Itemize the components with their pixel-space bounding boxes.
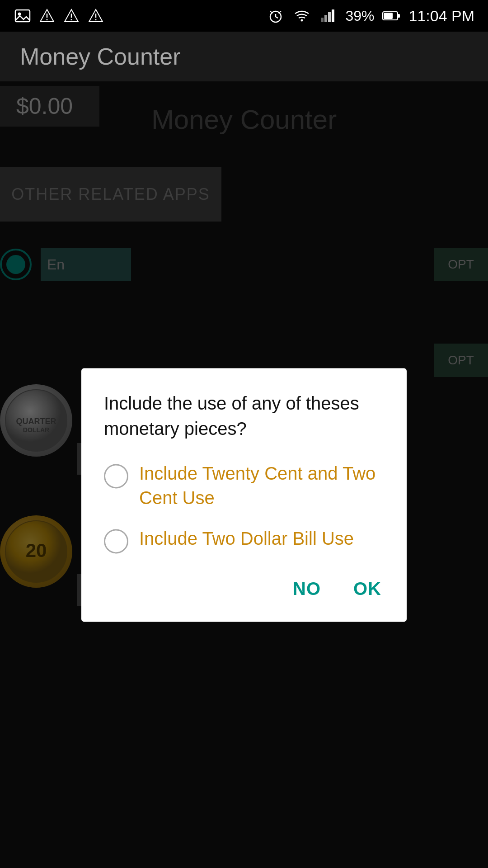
- svg-rect-17: [321, 18, 324, 22]
- svg-point-16: [301, 19, 303, 22]
- no-button[interactable]: NO: [290, 574, 324, 604]
- warning-icon-1: [38, 7, 56, 25]
- svg-rect-22: [398, 14, 400, 18]
- radio-option-1[interactable]: [104, 464, 128, 488]
- svg-rect-18: [324, 15, 327, 22]
- warning-icon-3: [87, 7, 105, 25]
- signal-icon: [319, 7, 337, 25]
- battery-icon: [382, 7, 400, 25]
- background-content: $0.00 Money Counter OTHER RELATED APPS E…: [0, 81, 488, 868]
- radio-option-2[interactable]: [104, 529, 128, 553]
- svg-rect-23: [384, 13, 393, 19]
- image-icon: [14, 7, 32, 25]
- dialog: Include the use of any of theses monetar…: [81, 368, 407, 622]
- svg-rect-19: [328, 12, 331, 22]
- app-bar-title: Money Counter: [20, 43, 181, 70]
- status-time: 11:04 PM: [408, 7, 474, 25]
- svg-point-1: [18, 13, 21, 16]
- battery-percent: 39%: [345, 8, 374, 24]
- warning-icon-2: [62, 7, 80, 25]
- svg-point-7: [71, 19, 72, 20]
- status-right-icons: 39% 11:04 PM: [267, 7, 474, 25]
- status-bar: 39% 11:04 PM: [0, 0, 488, 32]
- option-1-label: Include Twenty Cent and Two Cent Use: [139, 461, 384, 510]
- alarm-icon: [267, 7, 285, 25]
- svg-line-13: [276, 17, 278, 18]
- dialog-title: Include the use of any of theses monetar…: [104, 391, 384, 441]
- option-2-label: Include Two Dollar Bill Use: [139, 526, 354, 551]
- wifi-icon: [293, 7, 311, 25]
- svg-rect-0: [15, 10, 30, 22]
- status-left-icons: [14, 7, 105, 25]
- ok-button[interactable]: OK: [351, 574, 384, 604]
- svg-rect-20: [332, 9, 334, 22]
- dialog-actions: NO OK: [104, 570, 384, 604]
- dialog-option-1[interactable]: Include Twenty Cent and Two Cent Use: [104, 461, 384, 510]
- app-bar: Money Counter: [0, 32, 488, 81]
- svg-point-4: [47, 19, 48, 20]
- dialog-option-2[interactable]: Include Two Dollar Bill Use: [104, 526, 384, 553]
- svg-point-10: [95, 19, 97, 20]
